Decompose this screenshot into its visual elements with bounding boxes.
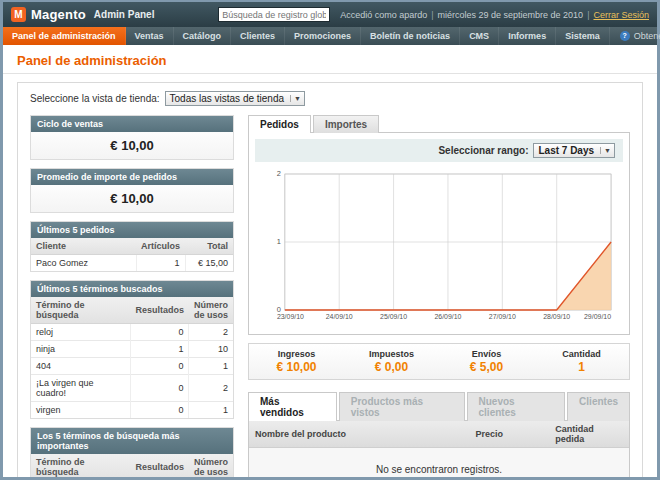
page-title: Panel de administración [17,53,643,68]
nav-promotions[interactable]: Promociones [285,27,361,45]
last-orders-table: Cliente Artículos Total Paco Gomez 1 € 1… [31,238,233,271]
nav-system[interactable]: Sistema [556,27,610,45]
last-search-terms-table: Término de búsqueda Resultados Número de… [31,297,233,418]
chevron-down-icon: ▼ [600,147,611,154]
svg-text:23/09/10: 23/09/10 [277,313,304,320]
help-link[interactable]: ? Obtener ayuda para esta página [610,27,660,45]
help-icon: ? [620,31,630,41]
svg-text:26/09/10: 26/09/10 [434,313,461,320]
last-orders-title: Últimos 5 pedidos [31,222,233,238]
lifetime-sales-box: Ciclo de ventas € 10,00 [30,115,234,160]
average-orders-value: € 10,00 [31,185,233,212]
svg-text:24/09/10: 24/09/10 [326,313,353,320]
nav-newsletter[interactable]: Boletín de noticias [361,27,460,45]
svg-text:28/09/10: 28/09/10 [543,313,570,320]
top-search-terms-box: Los 5 términos de búsqueda más important… [30,427,234,477]
nav-customers[interactable]: Clientes [231,27,285,45]
tab-customers[interactable]: Clientes [567,392,630,421]
store-view-select[interactable]: Todas las vistas de tienda▼ [165,91,305,106]
tab-orders[interactable]: Pedidos [248,115,311,133]
orders-chart: 01223/09/1024/09/1025/09/1026/09/1027/09… [255,162,623,328]
top-search-terms-title: Los 5 términos de búsqueda más important… [31,428,233,454]
nav-cms[interactable]: CMS [460,27,499,45]
svg-text:1: 1 [277,237,281,246]
average-orders-title: Promedio de importe de pedidos [31,169,233,185]
magento-logo: M Magento Admin Panel [11,7,154,22]
dashboard-container: Seleccione la vista de tienda: Todas las… [17,82,643,477]
table-row[interactable]: 40401 [31,358,233,375]
tab-new-customers[interactable]: Nuevos clientes [467,392,566,421]
svg-text:27/09/10: 27/09/10 [489,313,516,320]
logout-link[interactable]: Cerrar Sesión [593,10,649,20]
range-label: Seleccionar rango: [438,145,528,156]
total-quantity: Cantidad 1 [534,349,629,374]
page-content: Panel de administración Seleccione la vi… [3,45,657,477]
nav-reports[interactable]: Informes [499,27,556,45]
empty-records-message: No se encontraron registros. [249,448,629,477]
logged-in-as: Accedió como apardo [340,10,427,20]
chevron-down-icon: ▼ [290,95,301,102]
brand-name: Magento [31,7,86,22]
table-row[interactable]: reloj02 [31,324,233,341]
orders-chart-panel: Seleccionar rango: Last 7 Days▼ 01223/09… [248,132,630,335]
total-tax: Impuestos € 0,00 [344,349,439,374]
tab-most-viewed[interactable]: Productos más vistos [339,392,465,421]
table-row[interactable]: ¡La virgen que cuadro!02 [31,375,233,402]
svg-text:2: 2 [277,169,281,178]
last-search-terms-box: Últimos 5 términos buscados Término de b… [30,280,234,419]
session-info: Accedió como apardo|miércoles 29 de sept… [340,10,649,20]
total-revenue: Ingresos € 10,00 [249,349,344,374]
main-nav: Panel de administración Ventas Catálogo … [3,27,657,45]
table-row[interactable]: ninja110 [31,341,233,358]
bestsellers-grid: Nombre del producto Precio Cantidad pedi… [248,420,630,477]
admin-window: M Magento Admin Panel Accedió como apard… [3,2,657,477]
nav-sales[interactable]: Ventas [126,27,174,45]
stats-sidebar: Ciclo de ventas € 10,00 Promedio de impo… [30,115,234,477]
table-row[interactable]: virgen01 [31,402,233,419]
lifetime-sales-value: € 10,00 [31,132,233,159]
tab-bestsellers[interactable]: Más vendidos [248,392,337,421]
top-search-terms-table: Término de búsqueda Resultados Número de… [31,454,233,477]
svg-text:29/09/10: 29/09/10 [584,313,611,320]
nav-dashboard[interactable]: Panel de administración [3,27,126,45]
last-search-terms-title: Últimos 5 términos buscados [31,281,233,297]
top-bar: M Magento Admin Panel Accedió como apard… [3,2,657,27]
table-row[interactable]: Paco Gomez 1 € 15,00 [31,255,233,272]
store-view-label: Seleccione la vista de tienda: [30,93,160,104]
orders-area-chart: 01223/09/1024/09/1025/09/1026/09/1027/09… [255,166,623,324]
current-date: miércoles 29 de septiembre de 2010 [438,10,584,20]
total-shipping: Envíos € 5,00 [439,349,534,374]
average-orders-box: Promedio de importe de pedidos € 10,00 [30,168,234,213]
svg-text:25/09/10: 25/09/10 [380,313,407,320]
global-search-input[interactable] [218,7,330,22]
range-select[interactable]: Last 7 Days▼ [533,143,615,158]
lifetime-sales-title: Ciclo de ventas [31,116,233,132]
nav-catalog[interactable]: Catálogo [174,27,232,45]
dashboard-main: Pedidos Importes Seleccionar rango: Last… [248,115,630,477]
magento-logo-icon: M [11,7,26,22]
brand-subtitle: Admin Panel [94,9,155,20]
totals-strip: Ingresos € 10,00 Impuestos € 0,00 Envíos… [248,343,630,380]
last-orders-box: Últimos 5 pedidos Cliente Artículos Tota… [30,221,234,272]
tab-amounts[interactable]: Importes [313,115,379,133]
